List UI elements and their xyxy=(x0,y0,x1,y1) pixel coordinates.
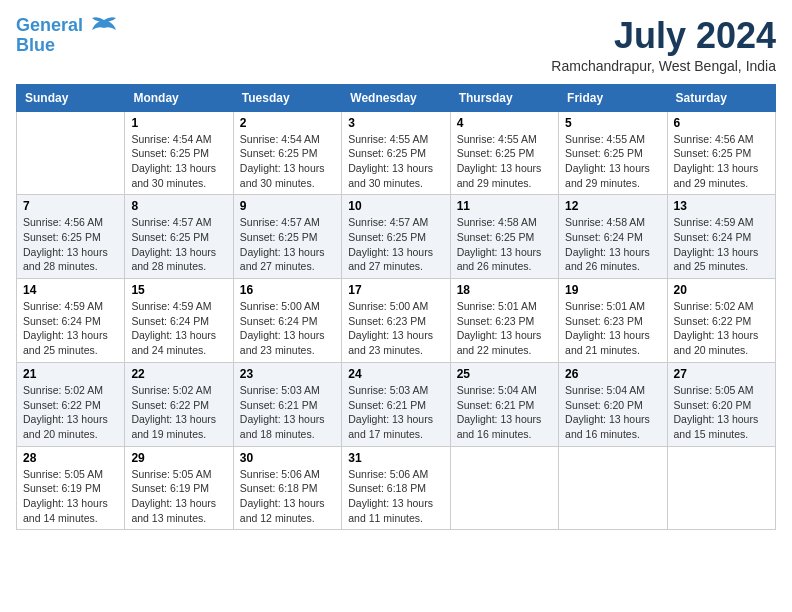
cell-info-text: and 30 minutes. xyxy=(131,176,226,191)
cell-info-text: Sunrise: 5:05 AM xyxy=(131,467,226,482)
cell-info-text: Sunset: 6:21 PM xyxy=(457,398,552,413)
calendar-cell: 16Sunrise: 5:00 AMSunset: 6:24 PMDayligh… xyxy=(233,279,341,363)
cell-info-text: and 29 minutes. xyxy=(674,176,769,191)
cell-info-text: Daylight: 13 hours xyxy=(131,496,226,511)
cell-info-text: Sunrise: 4:54 AM xyxy=(240,132,335,147)
cell-info-text: Sunset: 6:25 PM xyxy=(23,230,118,245)
cell-info-text: Sunrise: 5:03 AM xyxy=(240,383,335,398)
day-number: 7 xyxy=(23,199,118,213)
cell-info-text: Daylight: 13 hours xyxy=(23,245,118,260)
cell-info-text: Sunrise: 5:01 AM xyxy=(565,299,660,314)
cell-info-text: and 12 minutes. xyxy=(240,511,335,526)
cell-info-text: Daylight: 13 hours xyxy=(348,328,443,343)
cell-info-text: and 16 minutes. xyxy=(457,427,552,442)
calendar-cell: 31Sunrise: 5:06 AMSunset: 6:18 PMDayligh… xyxy=(342,446,450,530)
logo-bird-icon xyxy=(90,16,118,36)
cell-info-text: Sunset: 6:18 PM xyxy=(240,481,335,496)
cell-info-text: Daylight: 13 hours xyxy=(457,245,552,260)
calendar-cell: 28Sunrise: 5:05 AMSunset: 6:19 PMDayligh… xyxy=(17,446,125,530)
cell-info-text: Sunrise: 5:02 AM xyxy=(674,299,769,314)
calendar-cell: 5Sunrise: 4:55 AMSunset: 6:25 PMDaylight… xyxy=(559,111,667,195)
cell-info-text: and 18 minutes. xyxy=(240,427,335,442)
cell-info-text: Sunrise: 4:57 AM xyxy=(348,215,443,230)
calendar-cell: 18Sunrise: 5:01 AMSunset: 6:23 PMDayligh… xyxy=(450,279,558,363)
cell-info-text: Sunset: 6:25 PM xyxy=(131,146,226,161)
calendar-cell: 22Sunrise: 5:02 AMSunset: 6:22 PMDayligh… xyxy=(125,362,233,446)
cell-info-text: Daylight: 13 hours xyxy=(131,328,226,343)
cell-info-text: Daylight: 13 hours xyxy=(565,328,660,343)
cell-info-text: Sunset: 6:24 PM xyxy=(131,314,226,329)
cell-info-text: Daylight: 13 hours xyxy=(131,245,226,260)
week-row-3: 14Sunrise: 4:59 AMSunset: 6:24 PMDayligh… xyxy=(17,279,776,363)
cell-info-text: and 21 minutes. xyxy=(565,343,660,358)
cell-info-text: Sunset: 6:23 PM xyxy=(457,314,552,329)
cell-info-text: and 20 minutes. xyxy=(23,427,118,442)
day-number: 4 xyxy=(457,116,552,130)
cell-info-text: Sunrise: 4:54 AM xyxy=(131,132,226,147)
calendar-cell: 20Sunrise: 5:02 AMSunset: 6:22 PMDayligh… xyxy=(667,279,775,363)
month-year-title: July 2024 xyxy=(551,16,776,56)
day-number: 10 xyxy=(348,199,443,213)
calendar-cell xyxy=(450,446,558,530)
cell-info-text: Sunset: 6:21 PM xyxy=(240,398,335,413)
day-number: 3 xyxy=(348,116,443,130)
cell-info-text: and 15 minutes. xyxy=(674,427,769,442)
cell-info-text: Sunset: 6:24 PM xyxy=(240,314,335,329)
cell-info-text: Daylight: 13 hours xyxy=(348,161,443,176)
cell-info-text: Daylight: 13 hours xyxy=(348,412,443,427)
day-number: 15 xyxy=(131,283,226,297)
day-number: 25 xyxy=(457,367,552,381)
cell-info-text: Sunrise: 5:04 AM xyxy=(565,383,660,398)
day-number: 13 xyxy=(674,199,769,213)
cell-info-text: Daylight: 13 hours xyxy=(240,161,335,176)
cell-info-text: Sunrise: 5:05 AM xyxy=(674,383,769,398)
day-number: 29 xyxy=(131,451,226,465)
calendar-cell: 30Sunrise: 5:06 AMSunset: 6:18 PMDayligh… xyxy=(233,446,341,530)
cell-info-text: Daylight: 13 hours xyxy=(674,328,769,343)
calendar-cell: 14Sunrise: 4:59 AMSunset: 6:24 PMDayligh… xyxy=(17,279,125,363)
calendar-cell: 7Sunrise: 4:56 AMSunset: 6:25 PMDaylight… xyxy=(17,195,125,279)
calendar-cell: 24Sunrise: 5:03 AMSunset: 6:21 PMDayligh… xyxy=(342,362,450,446)
cell-info-text: Sunset: 6:23 PM xyxy=(565,314,660,329)
cell-info-text: and 27 minutes. xyxy=(240,259,335,274)
cell-info-text: Sunrise: 4:56 AM xyxy=(674,132,769,147)
weekday-header-monday: Monday xyxy=(125,84,233,111)
calendar-cell: 12Sunrise: 4:58 AMSunset: 6:24 PMDayligh… xyxy=(559,195,667,279)
cell-info-text: and 26 minutes. xyxy=(565,259,660,274)
day-number: 24 xyxy=(348,367,443,381)
cell-info-text: Sunrise: 5:02 AM xyxy=(23,383,118,398)
calendar-cell: 8Sunrise: 4:57 AMSunset: 6:25 PMDaylight… xyxy=(125,195,233,279)
cell-info-text: Sunset: 6:25 PM xyxy=(565,146,660,161)
cell-info-text: Daylight: 13 hours xyxy=(457,328,552,343)
cell-info-text: Daylight: 13 hours xyxy=(565,412,660,427)
cell-info-text: and 22 minutes. xyxy=(457,343,552,358)
day-number: 23 xyxy=(240,367,335,381)
day-number: 2 xyxy=(240,116,335,130)
calendar-cell: 13Sunrise: 4:59 AMSunset: 6:24 PMDayligh… xyxy=(667,195,775,279)
week-row-5: 28Sunrise: 5:05 AMSunset: 6:19 PMDayligh… xyxy=(17,446,776,530)
cell-info-text: Sunrise: 5:02 AM xyxy=(131,383,226,398)
cell-info-text: Sunset: 6:22 PM xyxy=(674,314,769,329)
cell-info-text: Daylight: 13 hours xyxy=(23,412,118,427)
calendar-cell: 23Sunrise: 5:03 AMSunset: 6:21 PMDayligh… xyxy=(233,362,341,446)
cell-info-text: Daylight: 13 hours xyxy=(674,412,769,427)
cell-info-text: Sunset: 6:23 PM xyxy=(348,314,443,329)
cell-info-text: Sunrise: 4:58 AM xyxy=(565,215,660,230)
cell-info-text: and 20 minutes. xyxy=(674,343,769,358)
cell-info-text: and 23 minutes. xyxy=(240,343,335,358)
cell-info-text: Daylight: 13 hours xyxy=(131,161,226,176)
cell-info-text: and 17 minutes. xyxy=(348,427,443,442)
calendar-cell xyxy=(17,111,125,195)
cell-info-text: Sunset: 6:20 PM xyxy=(565,398,660,413)
cell-info-text: Sunset: 6:25 PM xyxy=(348,146,443,161)
cell-info-text: and 29 minutes. xyxy=(565,176,660,191)
cell-info-text: and 28 minutes. xyxy=(23,259,118,274)
day-number: 6 xyxy=(674,116,769,130)
weekday-header-row: SundayMondayTuesdayWednesdayThursdayFrid… xyxy=(17,84,776,111)
cell-info-text: Daylight: 13 hours xyxy=(23,328,118,343)
day-number: 28 xyxy=(23,451,118,465)
cell-info-text: Sunrise: 4:59 AM xyxy=(674,215,769,230)
cell-info-text: Sunrise: 5:06 AM xyxy=(348,467,443,482)
week-row-1: 1Sunrise: 4:54 AMSunset: 6:25 PMDaylight… xyxy=(17,111,776,195)
cell-info-text: Sunset: 6:22 PM xyxy=(23,398,118,413)
